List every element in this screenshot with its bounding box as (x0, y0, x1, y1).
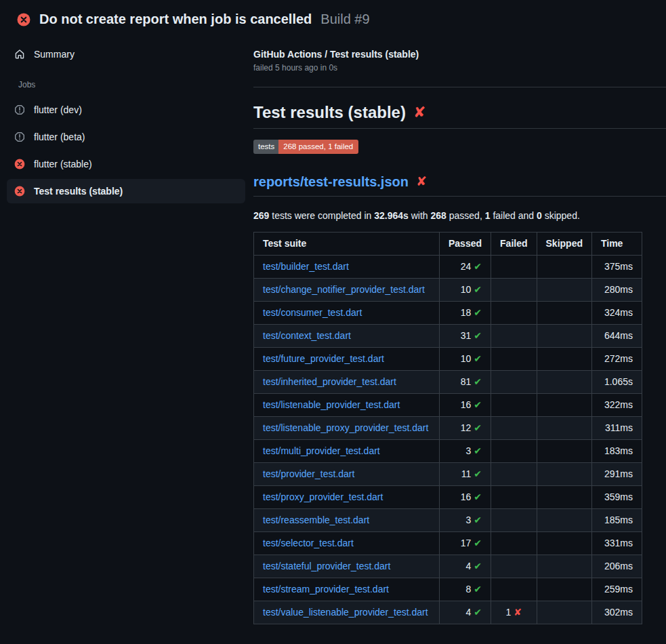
time-cell: 291ms (591, 463, 642, 486)
sidebar-job-flutter-dev-[interactable]: flutter (dev) (7, 98, 245, 122)
check-icon: ✔ (474, 330, 482, 341)
table-row: test/future_provider_test.dart10✔272ms (254, 348, 642, 371)
passed-cell: 3✔ (440, 509, 491, 532)
failed-cell (491, 532, 537, 555)
table-row: test/stream_provider_test.dart8✔259ms (254, 578, 642, 601)
jobs-section-label: Jobs (18, 80, 245, 89)
time-cell: 185ms (591, 509, 642, 532)
table-row: test/multi_provider_test.dart3✔183ms (254, 440, 642, 463)
suite-cell: test/change_notifier_provider_test.dart (254, 279, 440, 302)
failed-cell (491, 371, 537, 394)
skipped-cell (537, 509, 591, 532)
passed-cell-count: 16 (461, 399, 472, 410)
job-label: Test results (stable) (34, 186, 123, 197)
sidebar-item-summary[interactable]: Summary (7, 43, 245, 65)
summary-text: failed and (491, 210, 537, 221)
table-row: test/provider_test.dart11✔291ms (254, 463, 642, 486)
failed-x-icon: ✘ (413, 103, 425, 122)
passed-cell: 8✔ (440, 578, 491, 601)
passed-cell: 10✔ (440, 279, 491, 302)
test-suite-link[interactable]: test/value_listenable_provider_test.dart (263, 607, 428, 618)
suite-cell: test/stream_provider_test.dart (254, 578, 440, 601)
check-icon: ✔ (474, 376, 482, 387)
test-suite-link[interactable]: test/selector_test.dart (263, 538, 354, 548)
result-heading: Test results (stable) ✘ (253, 103, 666, 129)
test-suite-link[interactable]: test/change_notifier_provider_test.dart (263, 284, 425, 295)
test-suite-link[interactable]: test/builder_test.dart (263, 261, 349, 272)
failed-cell (491, 348, 537, 371)
skipped-cell (537, 348, 591, 371)
table-header-row: Test suitePassedFailedSkippedTime (254, 233, 642, 256)
test-suite-link[interactable]: test/reassemble_test.dart (263, 515, 369, 525)
time-cell: 644ms (591, 325, 642, 348)
skipped-cell (537, 601, 591, 624)
time-cell: 259ms (591, 578, 642, 601)
passed-cell-count: 3 (466, 445, 472, 456)
passed-cell-count: 8 (466, 584, 472, 595)
column-header-time: Time (591, 233, 642, 256)
skipped-cell (537, 532, 591, 555)
failed-cell (491, 325, 537, 348)
skipped-cell (537, 371, 591, 394)
test-suite-link[interactable]: test/consumer_test.dart (263, 307, 362, 318)
job-label: flutter (dev) (34, 104, 82, 115)
test-suite-link[interactable]: test/context_test.dart (263, 330, 351, 341)
test-suite-link[interactable]: test/listenable_provider_test.dart (263, 399, 400, 410)
failed-cell (491, 394, 537, 417)
passed-cell: 16✔ (440, 486, 491, 509)
check-icon: ✔ (474, 284, 482, 295)
check-icon: ✔ (474, 307, 482, 318)
skipped-cell (537, 555, 591, 578)
test-suite-link[interactable]: test/stateful_provider_test.dart (263, 561, 390, 571)
summary-number: 269 (253, 210, 269, 221)
result-heading-text: Test results (stable) (253, 103, 406, 122)
column-header-skipped: Skipped (537, 233, 591, 256)
skipped-cell (537, 279, 591, 302)
test-suite-link[interactable]: test/inherited_provider_test.dart (263, 376, 396, 387)
failed-cell: 1✘ (491, 601, 537, 624)
table-row: test/value_listenable_provider_test.dart… (254, 601, 642, 624)
time-cell: 331ms (591, 532, 642, 555)
passed-cell-count: 10 (461, 284, 472, 295)
main-content: GitHub Actions / Test results (stable) f… (253, 43, 666, 624)
test-suite-link[interactable]: test/provider_test.dart (263, 468, 354, 479)
failed-cell (491, 256, 537, 279)
test-suite-link[interactable]: test/proxy_provider_test.dart (263, 491, 383, 502)
time-cell: 375ms (591, 256, 642, 279)
test-results-table: Test suitePassedFailedSkippedTime test/b… (253, 232, 642, 624)
test-suite-link[interactable]: test/multi_provider_test.dart (263, 445, 380, 456)
jobs-list: flutter (dev)flutter (beta)flutter (stab… (7, 98, 245, 203)
failed-status-icon (14, 159, 25, 169)
check-icon: ✔ (474, 468, 482, 479)
passed-cell-count: 24 (461, 261, 472, 272)
test-suite-link[interactable]: test/stream_provider_test.dart (263, 584, 389, 595)
breadcrumb: GitHub Actions / Test results (stable) (253, 49, 666, 60)
check-icon: ✔ (474, 607, 482, 618)
skipped-cell (537, 578, 591, 601)
passed-cell-count: 10 (461, 353, 472, 364)
skipped-cell (537, 463, 591, 486)
skipped-cell (537, 417, 591, 440)
build-number: Build #9 (320, 12, 369, 27)
test-suite-link[interactable]: test/future_provider_test.dart (263, 353, 384, 364)
check-icon: ✔ (474, 491, 482, 502)
suite-cell: test/context_test.dart (254, 325, 440, 348)
sidebar-job-test-results-stable-[interactable]: Test results (stable) (7, 179, 245, 203)
summary-text: with (409, 210, 431, 221)
failed-cell (491, 279, 537, 302)
badge-label: tests (253, 140, 278, 154)
sidebar-job-flutter-beta-[interactable]: flutter (beta) (7, 125, 245, 149)
table-row: test/proxy_provider_test.dart16✔359ms (254, 486, 642, 509)
passed-cell: 16✔ (440, 394, 491, 417)
test-suite-link[interactable]: test/listenable_proxy_provider_test.dart (263, 422, 428, 433)
summary-text: tests were completed in (269, 210, 374, 221)
suite-cell: test/future_provider_test.dart (254, 348, 440, 371)
summary-number: 0 (537, 210, 542, 221)
passed-cell: 81✔ (440, 371, 491, 394)
report-file-link[interactable]: reports/test-results.json (253, 173, 409, 190)
skipped-cell (537, 486, 591, 509)
sidebar-job-flutter-stable-[interactable]: flutter (stable) (7, 152, 245, 176)
passed-cell: 3✔ (440, 440, 491, 463)
failed-cell (491, 509, 537, 532)
cancelled-status-icon (14, 132, 25, 142)
